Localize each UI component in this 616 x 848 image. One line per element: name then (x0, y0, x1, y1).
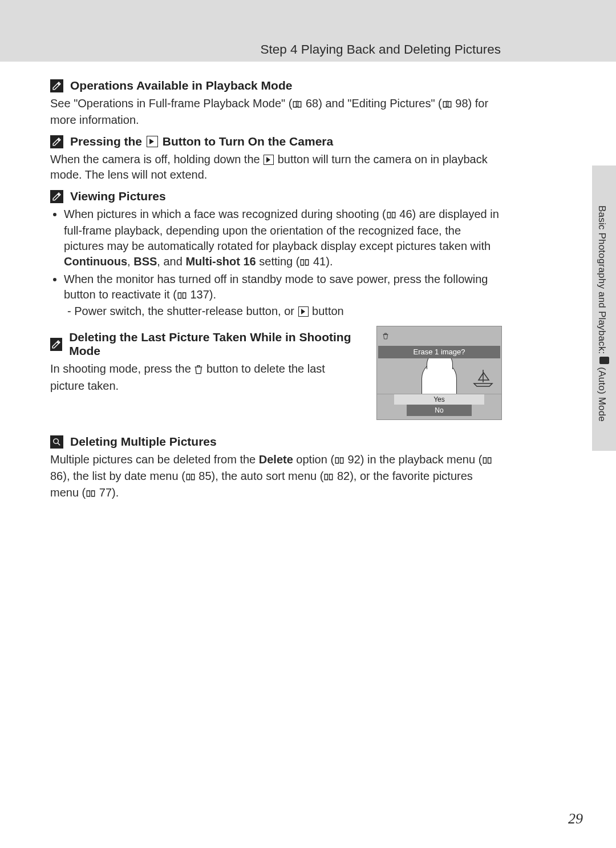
section-title: Operations Available in Playback Mode (70, 79, 292, 92)
pencil-icon (50, 338, 62, 351)
play-icon (298, 306, 309, 317)
section-title: Pressing the Button to Turn On the Camer… (70, 135, 333, 148)
lcd-option-no: No (407, 405, 472, 416)
book-icon (185, 470, 196, 485)
book-icon (292, 97, 302, 112)
section-heading: Deleting Multiple Pictures (50, 435, 502, 449)
pencil-icon (50, 79, 63, 92)
play-icon (264, 155, 274, 165)
boat-illustration (472, 369, 495, 387)
section-heading: Pressing the Button to Turn On the Camer… (50, 135, 502, 148)
trash-icon (382, 332, 390, 340)
lcd-prompt: Erase 1 image? (378, 346, 500, 358)
page-header: Step 4 Playing Back and Deleting Picture… (0, 0, 616, 62)
lcd-image-area (377, 358, 501, 394)
paragraph: See "Operations in Full-frame Playback M… (50, 96, 502, 128)
section-title: Deleting the Last Picture Taken While in… (69, 330, 360, 358)
content-area: Operations Available in Playback Mode Se… (0, 62, 616, 502)
book-icon (177, 288, 187, 304)
info-icon (50, 435, 63, 449)
section-title: Viewing Pictures (70, 189, 166, 203)
page-number: 29 (568, 810, 583, 827)
play-icon (147, 136, 158, 147)
paragraph: Multiple pictures can be deleted from th… (50, 452, 502, 502)
trash-icon (194, 363, 203, 378)
pencil-icon (50, 190, 63, 203)
two-column: Deleting the Last Picture Taken While in… (50, 324, 502, 420)
manual-page: Step 4 Playing Back and Deleting Picture… (0, 0, 616, 848)
page-title: Step 4 Playing Back and Deleting Picture… (261, 42, 501, 57)
paragraph: When the camera is off, holding down the… (50, 152, 502, 183)
section-heading: Deleting the Last Picture Taken While in… (50, 330, 360, 358)
book-icon (442, 97, 452, 112)
face-illustration (422, 361, 457, 394)
lcd-option-yes: Yes (394, 394, 484, 405)
paragraph: In shooting mode, press the button to de… (50, 361, 360, 394)
book-icon (386, 208, 396, 223)
book-icon (299, 255, 310, 270)
camera-lcd-preview: Erase 1 image? Yes No (376, 326, 502, 420)
section-heading: Viewing Pictures (50, 189, 502, 203)
section-heading: Operations Available in Playback Mode (50, 79, 502, 92)
lcd-top (377, 326, 501, 346)
book-icon (86, 486, 96, 502)
section-title: Deleting Multiple Pictures (70, 435, 217, 449)
book-icon (334, 453, 345, 469)
bullet-list: When pictures in which a face was recogn… (50, 207, 502, 319)
chapter-label: Basic Photography and Playback: (Auto) M… (596, 205, 610, 422)
list-item: When the monitor has turned off in stand… (64, 272, 502, 319)
camera-icon (599, 357, 609, 364)
pencil-icon (50, 135, 63, 148)
sub-item: - Power switch, the shutter-release butt… (67, 304, 502, 319)
list-item: When pictures in which a face was recogn… (64, 207, 502, 270)
book-icon (323, 470, 334, 485)
book-icon (482, 453, 492, 469)
